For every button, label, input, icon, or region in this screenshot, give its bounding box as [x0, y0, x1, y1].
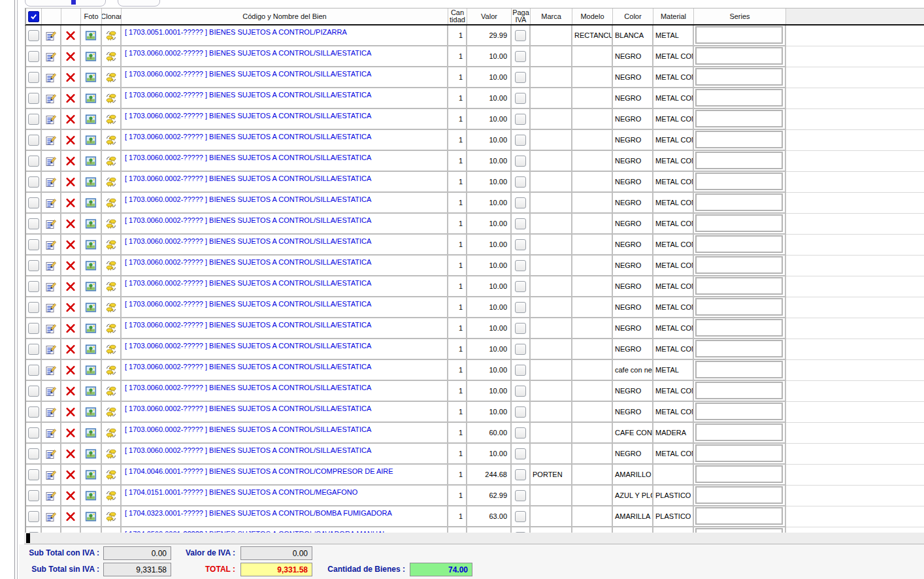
paga-iva-checkbox[interactable]: [515, 93, 526, 104]
row-select-checkbox[interactable]: [28, 114, 39, 125]
paga-iva-checkbox[interactable]: [515, 114, 526, 125]
clone-icon[interactable]: [105, 386, 117, 397]
partial-toolbar-button-2[interactable]: [118, 0, 160, 7]
horizontal-scrollbar[interactable]: [24, 533, 924, 544]
edit-icon[interactable]: [45, 386, 57, 397]
series-input[interactable]: [695, 486, 783, 504]
row-select-checkbox[interactable]: [28, 365, 39, 376]
paga-iva-checkbox[interactable]: [515, 239, 526, 250]
delete-icon[interactable]: [65, 51, 76, 62]
edit-icon[interactable]: [45, 218, 57, 229]
delete-icon[interactable]: [65, 114, 76, 125]
edit-icon[interactable]: [45, 197, 57, 208]
photo-icon[interactable]: [85, 344, 97, 355]
photo-icon[interactable]: [85, 114, 97, 125]
row-select-checkbox[interactable]: [28, 448, 39, 459]
edit-icon[interactable]: [45, 365, 57, 376]
paga-iva-checkbox[interactable]: [515, 197, 526, 208]
delete-icon[interactable]: [65, 156, 76, 167]
delete-icon[interactable]: [65, 239, 76, 250]
clone-icon[interactable]: [105, 72, 117, 83]
row-select-checkbox[interactable]: [28, 302, 39, 313]
edit-icon[interactable]: [45, 406, 57, 418]
paga-iva-checkbox[interactable]: [515, 302, 526, 313]
delete-icon[interactable]: [65, 344, 76, 355]
paga-iva-checkbox[interactable]: [515, 260, 526, 271]
clone-icon[interactable]: [105, 490, 117, 501]
row-select-checkbox[interactable]: [28, 344, 39, 355]
row-select-checkbox[interactable]: [28, 30, 39, 41]
edit-icon[interactable]: [45, 448, 57, 459]
series-input[interactable]: [695, 465, 783, 483]
clone-icon[interactable]: [105, 427, 117, 438]
delete-icon[interactable]: [65, 135, 76, 146]
delete-icon[interactable]: [65, 406, 76, 418]
photo-icon[interactable]: [85, 51, 97, 62]
clone-icon[interactable]: [105, 93, 117, 104]
edit-icon[interactable]: [45, 490, 57, 501]
series-input[interactable]: [695, 444, 783, 462]
delete-icon[interactable]: [65, 72, 76, 83]
clone-icon[interactable]: [105, 239, 117, 250]
delete-icon[interactable]: [65, 427, 76, 438]
row-select-checkbox[interactable]: [28, 386, 39, 397]
series-input[interactable]: [695, 235, 783, 253]
clone-icon[interactable]: [105, 30, 117, 41]
edit-icon[interactable]: [45, 302, 57, 313]
paga-iva-checkbox[interactable]: [515, 365, 526, 376]
photo-icon[interactable]: [85, 302, 97, 313]
paga-iva-checkbox[interactable]: [515, 344, 526, 355]
edit-icon[interactable]: [45, 239, 57, 250]
photo-icon[interactable]: [85, 365, 97, 376]
row-select-checkbox[interactable]: [28, 51, 39, 62]
clone-icon[interactable]: [105, 135, 117, 146]
paga-iva-checkbox[interactable]: [515, 406, 526, 418]
edit-icon[interactable]: [45, 511, 57, 522]
clone-icon[interactable]: [105, 406, 117, 418]
series-input[interactable]: [695, 26, 783, 44]
photo-icon[interactable]: [85, 93, 97, 104]
select-all-checkbox[interactable]: [28, 11, 39, 22]
partial-toolbar-button-1[interactable]: [25, 0, 106, 7]
delete-icon[interactable]: [65, 260, 76, 271]
photo-icon[interactable]: [85, 218, 97, 229]
series-input[interactable]: [695, 382, 783, 399]
delete-icon[interactable]: [65, 323, 76, 334]
paga-iva-checkbox[interactable]: [515, 135, 526, 146]
series-input[interactable]: [695, 89, 783, 107]
series-input[interactable]: [695, 277, 783, 295]
row-select-checkbox[interactable]: [28, 490, 39, 501]
photo-icon[interactable]: [85, 281, 97, 292]
series-input[interactable]: [695, 110, 783, 127]
edit-icon[interactable]: [45, 427, 57, 438]
edit-icon[interactable]: [45, 114, 57, 125]
paga-iva-checkbox[interactable]: [515, 323, 526, 334]
series-input[interactable]: [695, 47, 783, 65]
delete-icon[interactable]: [65, 469, 76, 480]
delete-icon[interactable]: [65, 281, 76, 292]
photo-icon[interactable]: [85, 448, 97, 459]
paga-iva-checkbox[interactable]: [515, 30, 526, 41]
clone-icon[interactable]: [105, 448, 117, 459]
photo-icon[interactable]: [85, 197, 97, 208]
paga-iva-checkbox[interactable]: [515, 386, 526, 397]
photo-icon[interactable]: [85, 239, 97, 250]
delete-icon[interactable]: [65, 218, 76, 229]
photo-icon[interactable]: [85, 72, 97, 83]
delete-icon[interactable]: [65, 302, 76, 313]
clone-icon[interactable]: [105, 176, 117, 188]
photo-icon[interactable]: [85, 511, 97, 522]
row-select-checkbox[interactable]: [28, 176, 39, 188]
clone-icon[interactable]: [105, 51, 117, 62]
paga-iva-checkbox[interactable]: [515, 51, 526, 62]
series-input[interactable]: [695, 68, 783, 86]
edit-icon[interactable]: [45, 176, 57, 188]
photo-icon[interactable]: [85, 490, 97, 501]
paga-iva-checkbox[interactable]: [515, 176, 526, 188]
clone-icon[interactable]: [105, 281, 117, 292]
row-select-checkbox[interactable]: [28, 281, 39, 292]
clone-icon[interactable]: [105, 260, 117, 271]
delete-icon[interactable]: [65, 365, 76, 376]
clone-icon[interactable]: [105, 156, 117, 167]
delete-icon[interactable]: [65, 93, 76, 104]
